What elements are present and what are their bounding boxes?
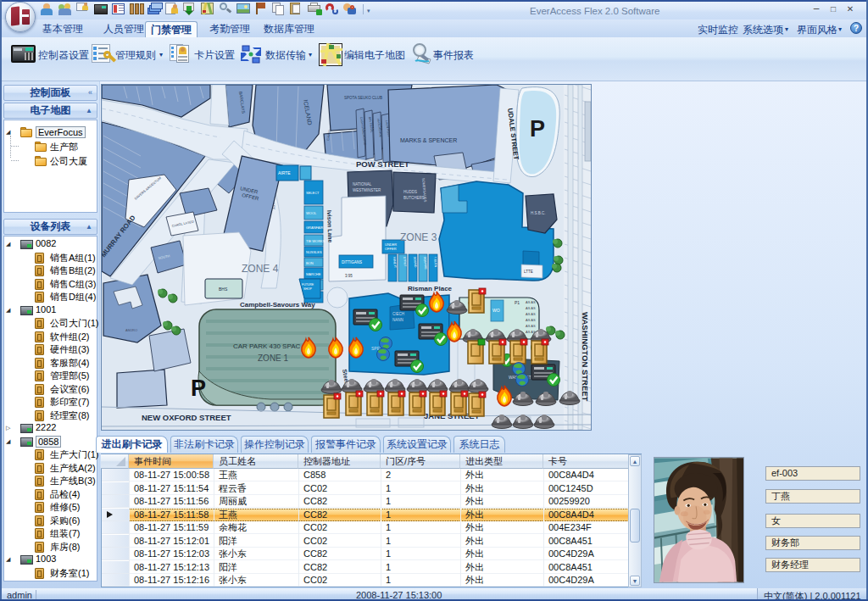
svg-text:P: P bbox=[530, 116, 545, 142]
svg-text:ZONE 3: ZONE 3 bbox=[400, 231, 437, 243]
svg-text:LTTE: LTTE bbox=[524, 270, 533, 274]
svg-text:FUTURE: FUTURE bbox=[302, 283, 314, 287]
svg-text:SHOP: SHOP bbox=[303, 287, 313, 291]
svg-text:WO: WO bbox=[492, 308, 500, 313]
svg-text:P1: P1 bbox=[515, 300, 520, 305]
svg-text:ZONE 1: ZONE 1 bbox=[258, 353, 289, 363]
svg-text:MARKS & SPENCER: MARKS & SPENCER bbox=[400, 137, 457, 143]
svg-text:NATIONAL: NATIONAL bbox=[353, 182, 372, 186]
svg-text:MARCHE: MARCHE bbox=[306, 272, 321, 276]
svg-text:POW STREET: POW STREET bbox=[356, 159, 409, 169]
svg-text:AIRTE: AIRTE bbox=[278, 170, 291, 175]
svg-text:OFFER: OFFER bbox=[385, 247, 397, 251]
svg-text:GRANFAIR: GRANFAIR bbox=[306, 225, 324, 230]
svg-text:AS AS: AS AS bbox=[526, 324, 536, 328]
svg-text:WOOL: WOOL bbox=[306, 211, 317, 215]
svg-text:ZONE 4: ZONE 4 bbox=[242, 263, 279, 275]
svg-text:NUSSLES: NUSSLES bbox=[306, 250, 322, 254]
svg-text:NANN: NANN bbox=[392, 318, 403, 322]
svg-text:WASHINGTON STREET: WASHINGTON STREET bbox=[581, 312, 590, 402]
svg-text:AS AS: AS AS bbox=[526, 312, 536, 316]
svg-text:AS AS: AS AS bbox=[526, 300, 536, 304]
svg-text:SPOTA SEUKO CLUB: SPOTA SEUKO CLUB bbox=[344, 96, 382, 100]
svg-text:WESTMINSTER: WESTMINSTER bbox=[353, 188, 381, 192]
svg-text:HUDDS: HUDDS bbox=[403, 190, 417, 194]
svg-text:BUTCHERS: BUTCHERS bbox=[403, 196, 425, 200]
svg-text:Risman Place: Risman Place bbox=[408, 285, 453, 292]
svg-text:P: P bbox=[191, 376, 206, 401]
svg-text:AS AS: AS AS bbox=[526, 318, 536, 322]
svg-text:BON: BON bbox=[306, 261, 314, 265]
svg-text:AMJRO: AMJRO bbox=[125, 328, 137, 332]
svg-text:Campbell-Savours Way: Campbell-Savours Way bbox=[240, 301, 315, 309]
svg-text:DITTIGANS: DITTIGANS bbox=[342, 260, 362, 264]
svg-text:CAR PARK 430 SPAC: CAR PARK 430 SPAC bbox=[233, 342, 301, 350]
svg-text:CIECH: CIECH bbox=[392, 312, 404, 316]
svg-text:TIE WORKS: TIE WORKS bbox=[306, 239, 326, 243]
svg-text:SELECT: SELECT bbox=[306, 191, 320, 195]
svg-text:H.S.B.C.: H.S.B.C. bbox=[531, 211, 546, 215]
svg-text:BHS: BHS bbox=[219, 287, 228, 292]
svg-text:Ivison Lane: Ivison Lane bbox=[326, 210, 333, 243]
svg-text:AS AS: AS AS bbox=[526, 306, 536, 310]
svg-text:NEW OXFORD STREET: NEW OXFORD STREET bbox=[142, 413, 231, 422]
svg-text:3:95: 3:95 bbox=[345, 274, 353, 278]
